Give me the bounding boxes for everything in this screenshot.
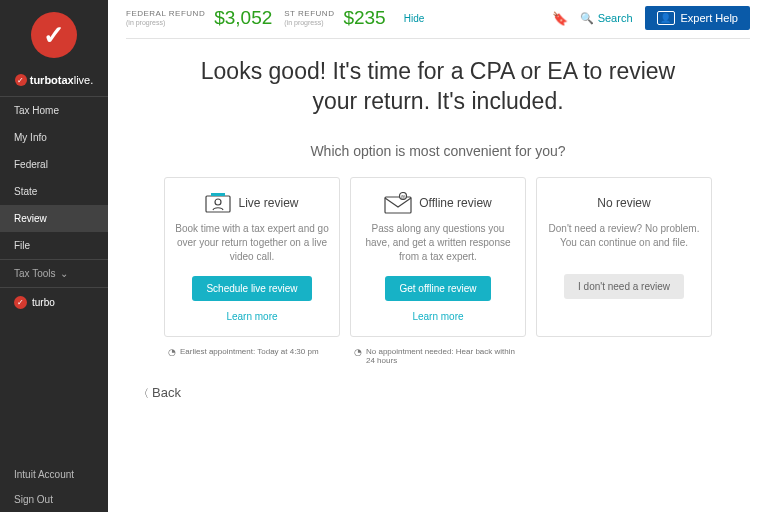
content-area: Looks good! It's time for a CPA or EA to… [108, 39, 768, 365]
state-refund: ST REFUND (in progress) $235 [284, 7, 385, 29]
federal-refund-amount: $3,052 [214, 7, 272, 29]
page-headline: Looks good! It's time for a CPA or EA to… [178, 57, 698, 117]
main-panel: FEDERAL REFUND (in progress) $3,052 ST R… [108, 0, 768, 512]
schedule-live-review-button[interactable]: Schedule live review [192, 276, 311, 301]
person-icon: 👤 [657, 11, 675, 25]
card-desc: Book time with a tax expert and go over … [175, 222, 329, 264]
sidebar-item-sign-out[interactable]: Sign Out [0, 487, 108, 512]
card-offline-review: @ Offline review Pass along any question… [350, 177, 526, 337]
sidebar-item-my-info[interactable]: My Info [0, 124, 108, 151]
back-link[interactable]: 〈Back [138, 385, 181, 400]
sidebar-item-tax-tools[interactable]: Tax Tools ⌄ [0, 260, 108, 287]
get-offline-review-button[interactable]: Get offline review [385, 276, 490, 301]
card-no-review: No review Don't need a review? No proble… [536, 177, 712, 337]
app-logo: ✓ [31, 12, 77, 58]
card-title: Offline review [419, 196, 491, 210]
clock-icon: ◔ [168, 347, 176, 365]
svg-text:@: @ [401, 193, 406, 199]
card-title: Live review [238, 196, 298, 210]
search-icon: 🔍 [580, 12, 594, 25]
footnotes: ◔ Earliest appointment: Today at 4:30 pm… [138, 347, 738, 365]
footnote-live: ◔ Earliest appointment: Today at 4:30 pm [164, 347, 340, 365]
sidebar-item-review[interactable]: Review [0, 205, 108, 232]
video-expert-icon [205, 192, 231, 214]
page-subhead: Which option is most convenient for you? [138, 143, 738, 159]
learn-more-link[interactable]: Learn more [226, 311, 277, 322]
federal-refund: FEDERAL REFUND (in progress) $3,052 [126, 7, 272, 29]
option-cards: Live review Book time with a tax expert … [138, 177, 738, 337]
sidebar-item-turbo[interactable]: ✓ turbo [0, 288, 108, 317]
svg-point-1 [215, 199, 221, 205]
sidebar-nav: Tax Home My Info Federal State Review Fi… [0, 96, 108, 259]
bookmark-icon[interactable]: 🔖 [552, 11, 568, 26]
topbar: FEDERAL REFUND (in progress) $3,052 ST R… [108, 0, 768, 30]
svg-rect-2 [211, 193, 225, 196]
sidebar: ✓ ✓ turbotaxlive. Tax Home My Info Feder… [0, 0, 108, 512]
sidebar-item-file[interactable]: File [0, 232, 108, 259]
no-review-button[interactable]: I don't need a review [564, 274, 684, 299]
expert-help-button[interactable]: 👤 Expert Help [645, 6, 750, 30]
svg-rect-3 [385, 197, 411, 213]
checkmark-icon: ✓ [15, 74, 27, 86]
state-refund-amount: $235 [343, 7, 385, 29]
search-button[interactable]: 🔍 Search [580, 12, 633, 25]
svg-rect-0 [206, 196, 230, 212]
card-title: No review [597, 196, 650, 210]
chevron-down-icon: ⌄ [60, 268, 68, 279]
card-live-review: Live review Book time with a tax expert … [164, 177, 340, 337]
checkmark-icon: ✓ [43, 20, 65, 51]
sidebar-item-intuit-account[interactable]: Intuit Account [0, 462, 108, 487]
chevron-left-icon: 〈 [138, 387, 149, 399]
hide-link[interactable]: Hide [404, 13, 425, 24]
sidebar-item-state[interactable]: State [0, 178, 108, 205]
brand-label: ✓ turbotaxlive. [0, 68, 108, 96]
footnote-offline: ◔ No appointment needed: Hear back withi… [350, 347, 526, 365]
learn-more-link[interactable]: Learn more [412, 311, 463, 322]
checkmark-icon: ✓ [14, 296, 27, 309]
sidebar-item-tax-home[interactable]: Tax Home [0, 97, 108, 124]
clock-icon: ◔ [354, 347, 362, 365]
card-desc: Pass along any questions you have, and g… [361, 222, 515, 264]
envelope-icon: @ [384, 192, 412, 214]
sidebar-item-federal[interactable]: Federal [0, 151, 108, 178]
card-desc: Don't need a review? No problem. You can… [547, 222, 701, 262]
brand-text: turbotax [30, 74, 74, 86]
